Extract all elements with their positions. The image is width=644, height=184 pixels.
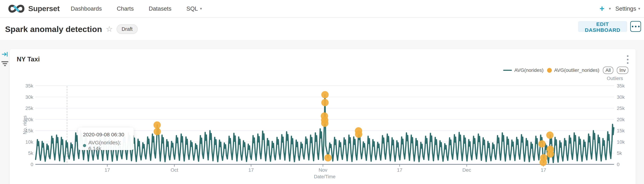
- expand-filter-bar-button[interactable]: [2, 51, 8, 58]
- nav-item-sql[interactable]: SQL▾: [186, 5, 202, 12]
- tooltip-value: AVG(norides): 6.14k: [88, 140, 129, 152]
- chart-title: NY Taxi: [17, 56, 40, 63]
- edit-dashboard-button[interactable]: EDIT DASHBOARD: [578, 21, 627, 32]
- tooltip-series-row: AVG(norides): 6.14k: [83, 140, 129, 152]
- kebab-dot: [627, 62, 628, 64]
- more-actions-button[interactable]: [630, 21, 641, 32]
- nav-item-datasets[interactable]: Datasets: [149, 5, 171, 12]
- filter-button[interactable]: [1, 61, 8, 68]
- nav-menu: Dashboards Charts Datasets SQL▾: [71, 5, 202, 12]
- nav-item-dashboards[interactable]: Dashboards: [71, 5, 102, 12]
- favorite-star-icon[interactable]: ☆: [106, 25, 112, 33]
- ellipsis-dot: [632, 26, 633, 27]
- superset-logo[interactable]: Superset: [6, 3, 60, 14]
- nav-right: + ▾ Settings▾: [600, 4, 640, 13]
- infinity-logo-icon: [6, 3, 26, 14]
- new-item-button[interactable]: +: [600, 4, 604, 13]
- legend-item-norides[interactable]: AVG(norides): [503, 68, 544, 73]
- series-marker-icon: [83, 144, 86, 147]
- chart-legend: AVG(norides) AVG(outlier_norides) All In…: [503, 67, 628, 74]
- chevron-down-icon[interactable]: ▾: [609, 6, 611, 11]
- ellipsis-dot: [635, 26, 636, 27]
- settings-menu[interactable]: Settings▾: [616, 5, 640, 12]
- legend-inv-button[interactable]: Inv: [617, 67, 628, 74]
- brand-name: Superset: [28, 4, 60, 13]
- page-title: Spark anomaly detection: [5, 24, 102, 34]
- arrow-right-to-bar-icon: [2, 51, 8, 57]
- chevron-down-icon: ▾: [638, 6, 640, 11]
- line-swatch-icon: [503, 70, 512, 71]
- ellipsis-dot: [638, 26, 640, 27]
- legend-item-outlier-norides[interactable]: AVG(outlier_norides): [547, 68, 600, 73]
- filter-icon: [1, 61, 8, 67]
- chevron-down-icon: ▾: [200, 6, 202, 11]
- tooltip-date: 2020-09-08 06:30: [83, 132, 129, 138]
- chart-options-kebab-icon[interactable]: [626, 55, 629, 65]
- kebab-dot: [627, 55, 628, 57]
- status-badge: Draft: [116, 24, 138, 34]
- nav-item-charts[interactable]: Charts: [117, 5, 134, 12]
- top-navbar: Superset Dashboards Charts Datasets SQL▾…: [0, 0, 644, 17]
- dashboard-header: Spark anomaly detection ☆ Draft EDIT DAS…: [0, 18, 644, 40]
- circle-swatch-icon: [547, 68, 552, 73]
- chart-tooltip: 2020-09-08 06:30 AVG(norides): 6.14k: [78, 127, 134, 150]
- kebab-dot: [627, 59, 628, 60]
- legend-all-button[interactable]: All: [603, 67, 613, 74]
